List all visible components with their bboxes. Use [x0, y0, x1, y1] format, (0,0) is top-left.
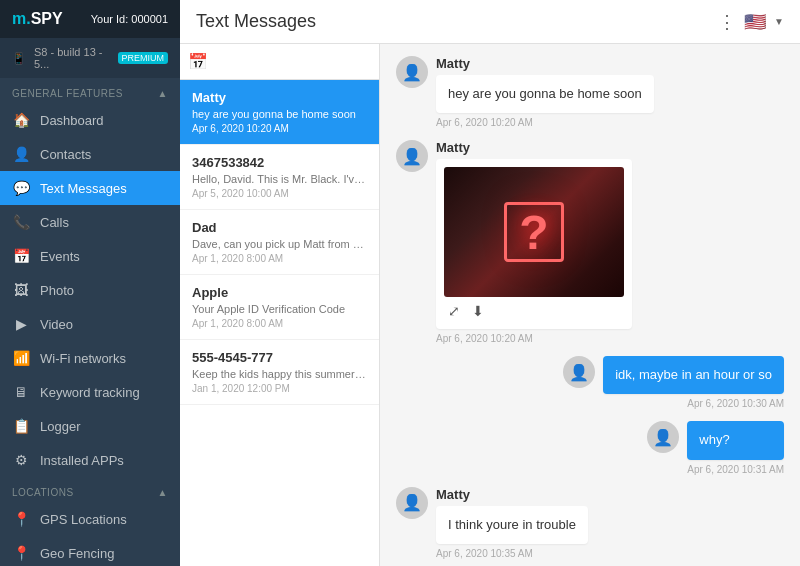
main-content: Text Messages ⋮ 🇺🇸 ▼ 📅 Matty hey are you…: [180, 0, 800, 566]
conversation-item-dad[interactable]: Dad Dave, can you pick up Matt from scho…: [180, 210, 379, 275]
content-area: 📅 Matty hey are you gonna be home soon A…: [180, 44, 800, 566]
premium-badge: PREMIUM: [118, 52, 169, 64]
sidebar: m.SPY Your Id: 000001 📱 S8 - build 13 - …: [0, 0, 180, 566]
device-name: S8 - build 13 - 5...: [34, 46, 110, 70]
message-content-2: Matty ? ⤢ ⬇ Apr 6, 2020 10:20 AM: [436, 140, 632, 344]
sidebar-logo: m.SPY: [12, 10, 63, 28]
message-text-1: hey are you gonna be home soon: [436, 75, 654, 113]
sidebar-item-gps[interactable]: 📍 GPS Locations: [0, 502, 180, 536]
conversation-list: 📅 Matty hey are you gonna be home soon A…: [180, 44, 380, 566]
contacts-icon: 👤: [12, 146, 30, 162]
message-content-1: Matty hey are you gonna be home soon Apr…: [436, 56, 654, 128]
message-1: 👤 Matty hey are you gonna be home soon A…: [396, 56, 784, 128]
top-bar: Text Messages ⋮ 🇺🇸 ▼: [180, 0, 800, 44]
conversation-item-apple[interactable]: Apple Your Apple ID Verification Code Ap…: [180, 275, 379, 340]
user-id-label: Your Id: 000001: [91, 13, 168, 25]
message-content-4: why? Apr 6, 2020 10:31 AM: [687, 421, 784, 474]
page-title: Text Messages: [196, 11, 316, 32]
flag-icon[interactable]: 🇺🇸: [744, 11, 766, 33]
more-options-icon[interactable]: ⋮: [718, 11, 736, 33]
conversation-item-3467533842[interactable]: 3467533842 Hello, David. This is Mr. Bla…: [180, 145, 379, 210]
sidebar-item-video[interactable]: ▶ Video: [0, 307, 180, 341]
calls-icon: 📞: [12, 214, 30, 230]
calendar-icon[interactable]: 📅: [188, 53, 208, 70]
avatar-matty-1: 👤: [396, 56, 428, 88]
conversation-item-555[interactable]: 555-4545-777 Keep the kids happy this su…: [180, 340, 379, 405]
message-4: why? Apr 6, 2020 10:31 AM 👤: [396, 421, 784, 474]
sidebar-item-calls[interactable]: 📞 Calls: [0, 205, 180, 239]
avatar-self-4: 👤: [647, 421, 679, 453]
geofence-icon: 📍: [12, 545, 30, 561]
message-content-5: Matty I think youre in trouble Apr 6, 20…: [436, 487, 588, 559]
download-icon[interactable]: ⬇: [472, 303, 484, 319]
avatar-matty-2: 👤: [396, 140, 428, 172]
logger-icon: 📋: [12, 418, 30, 434]
video-icon: ▶: [12, 316, 30, 332]
message-5: 👤 Matty I think youre in trouble Apr 6, …: [396, 487, 784, 559]
sidebar-item-contacts[interactable]: 👤 Contacts: [0, 137, 180, 171]
message-content-3: idk, maybe in an hour or so Apr 6, 2020 …: [603, 356, 784, 409]
sidebar-item-dashboard[interactable]: 🏠 Dashboard: [0, 103, 180, 137]
avatar-matty-5: 👤: [396, 487, 428, 519]
message-text-5: I think youre in trouble: [436, 506, 588, 544]
photo-icon: 🖼: [12, 282, 30, 298]
sidebar-item-text-messages[interactable]: 💬 Text Messages: [0, 171, 180, 205]
image-actions: ⤢ ⬇: [444, 297, 624, 321]
gps-icon: 📍: [12, 511, 30, 527]
question-mark: ?: [504, 202, 564, 262]
section-locations: LOCATIONS ▲: [0, 477, 180, 502]
conversation-item-matty[interactable]: Matty hey are you gonna be home soon Apr…: [180, 80, 379, 145]
expand-icon[interactable]: ⤢: [448, 303, 460, 319]
sidebar-item-installed-apps[interactable]: ⚙ Installed APPs: [0, 443, 180, 477]
message-image-box: ? ⤢ ⬇: [436, 159, 632, 329]
keyword-icon: 🖥: [12, 384, 30, 400]
sidebar-item-events[interactable]: 📅 Events: [0, 239, 180, 273]
messages-icon: 💬: [12, 180, 30, 196]
avatar-self-3: 👤: [563, 356, 595, 388]
top-bar-actions: ⋮ 🇺🇸 ▼: [718, 11, 784, 33]
android-icon: 📱: [12, 52, 26, 65]
apps-icon: ⚙: [12, 452, 30, 468]
section-general-features: GENERAL FEATURES ▲: [0, 78, 180, 103]
message-text-3: idk, maybe in an hour or so: [603, 356, 784, 394]
collapse-icon[interactable]: ▲: [158, 88, 168, 99]
message-2: 👤 Matty ? ⤢ ⬇ Apr 6, 2020 10:20 AM: [396, 140, 784, 344]
device-row[interactable]: 📱 S8 - build 13 - 5... PREMIUM: [0, 38, 180, 78]
sidebar-item-wifi[interactable]: 📶 Wi-Fi networks: [0, 341, 180, 375]
message-text-4: why?: [687, 421, 784, 459]
sidebar-item-geofencing[interactable]: 📍 Geo Fencing: [0, 536, 180, 566]
sidebar-item-photo[interactable]: 🖼 Photo: [0, 273, 180, 307]
sidebar-header: m.SPY Your Id: 000001: [0, 0, 180, 38]
events-icon: 📅: [12, 248, 30, 264]
conv-toolbar: 📅: [180, 44, 379, 80]
collapse-locations-icon[interactable]: ▲: [158, 487, 168, 498]
message-3: idk, maybe in an hour or so Apr 6, 2020 …: [396, 356, 784, 409]
sidebar-item-logger[interactable]: 📋 Logger: [0, 409, 180, 443]
sidebar-item-keyword[interactable]: 🖥 Keyword tracking: [0, 375, 180, 409]
wifi-icon: 📶: [12, 350, 30, 366]
message-image: ?: [444, 167, 624, 297]
home-icon: 🏠: [12, 112, 30, 128]
dropdown-arrow-icon[interactable]: ▼: [774, 16, 784, 27]
message-panel: 👤 Matty hey are you gonna be home soon A…: [380, 44, 800, 566]
